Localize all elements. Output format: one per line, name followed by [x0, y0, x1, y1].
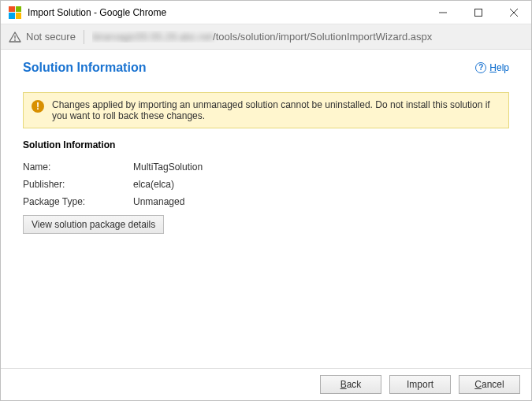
- window-title: Import Solution - Google Chrome: [28, 7, 425, 18]
- row-value: Unmanaged: [133, 196, 184, 207]
- row-label: Publisher:: [23, 179, 133, 190]
- url-host: birarvagic55.55.29.abc.net: [92, 31, 213, 43]
- address-bar: Not secure birarvagic55.55.29.abc.net/to…: [1, 24, 531, 50]
- view-details-button[interactable]: View solution package details: [23, 215, 164, 234]
- import-button[interactable]: Import: [389, 375, 451, 394]
- cancel-button[interactable]: Cancel: [459, 375, 520, 394]
- url-display[interactable]: birarvagic55.55.29.abc.net/tools/solutio…: [92, 31, 432, 43]
- help-label-accel: H: [489, 62, 497, 73]
- table-row: Package Type: Unmanaged: [23, 193, 509, 210]
- cancel-button-rest: ancel: [482, 379, 504, 390]
- page-title: Solution Information: [23, 61, 146, 75]
- row-value: MultiTagSolution: [133, 162, 203, 173]
- window-minimize-button[interactable]: [425, 1, 460, 24]
- section-heading: Solution Information: [23, 139, 509, 150]
- security-status-label: Not secure: [26, 31, 76, 43]
- table-row: Publisher: elca(elca): [23, 176, 509, 193]
- warning-text: Changes applied by importing an unmanage…: [52, 99, 500, 121]
- warning-banner: ! Changes applied by importing an unmana…: [23, 92, 509, 128]
- page-header: Solution Information ? Help: [23, 61, 509, 75]
- window-maximize-button[interactable]: [460, 1, 496, 24]
- svg-point-6: [14, 39, 16, 41]
- row-value: elca(elca): [133, 179, 174, 190]
- url-path: /tools/solution/import/SolutionImportWiz…: [213, 31, 432, 43]
- table-row: Name: MultiTagSolution: [23, 158, 509, 176]
- row-label: Package Type:: [23, 196, 133, 207]
- window-close-button[interactable]: [496, 1, 531, 24]
- svg-rect-1: [474, 9, 482, 16]
- help-icon: ?: [475, 62, 486, 73]
- back-button[interactable]: Back: [320, 375, 381, 394]
- help-label-rest: elp: [497, 62, 509, 73]
- security-status[interactable]: Not secure: [9, 31, 76, 43]
- addressbar-divider: [84, 30, 84, 44]
- dialog-footer: Back Import Cancel: [1, 368, 531, 400]
- page-content: Solution Information ? Help ! Changes ap…: [1, 50, 531, 234]
- back-button-rest: ack: [347, 379, 362, 390]
- exclamation-icon: !: [32, 100, 44, 113]
- row-label: Name:: [23, 162, 133, 173]
- help-link[interactable]: ? Help: [475, 62, 509, 73]
- warning-triangle-icon: [9, 31, 21, 43]
- solution-info-table: Name: MultiTagSolution Publisher: elca(e…: [23, 158, 509, 210]
- window-titlebar: Import Solution - Google Chrome: [1, 1, 531, 24]
- app-logo-icon: [9, 6, 21, 19]
